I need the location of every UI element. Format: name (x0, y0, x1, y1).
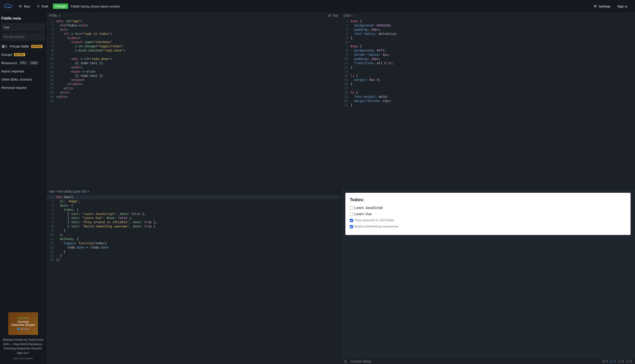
code-line[interactable]: 13 <span v-else> (46, 70, 341, 74)
jsfiddle-logo[interactable] (3, 3, 13, 9)
removal-section[interactable]: Removal request (0, 84, 46, 92)
code-line[interactable]: 19</div> (46, 94, 341, 99)
code-line[interactable]: 13 todo.done = !todo.done (46, 246, 341, 250)
line-number: 2 (341, 23, 351, 28)
todo-checkbox[interactable] (350, 206, 353, 210)
todo-checkbox[interactable] (350, 212, 353, 216)
ad-image[interactable]: TechCrunch Surviving Datacenter Disaster… (8, 312, 38, 335)
change-badge[interactable]: Change (53, 4, 68, 9)
tidy-button[interactable]: Tidy (328, 14, 338, 17)
js-editor[interactable]: 1new Vue({2 el: "#app",3 data: {4 todos:… (46, 194, 341, 364)
code-line[interactable]: 1<div id="app"> (46, 19, 341, 23)
code-line[interactable]: 4 font-family: Helvetica; (341, 32, 635, 36)
code-line[interactable]: 11 methods: { (46, 237, 341, 241)
line-number: 2 (46, 23, 56, 28)
code-line[interactable]: 6 <input type="checkbox" (46, 40, 341, 44)
code-line[interactable]: 9 ] (46, 228, 341, 233)
todo-checkbox[interactable] (350, 225, 353, 228)
code-line[interactable]: 16} (341, 82, 635, 86)
code-line[interactable]: 11 transition: all 0.2s; (341, 61, 635, 65)
code-line[interactable]: 15 } (46, 254, 341, 258)
code-line[interactable]: 9 border-radius: 4px; (341, 53, 635, 57)
resources-section[interactable]: Resources URL cdnjs (0, 59, 46, 67)
fiddle-desc-input[interactable] (1, 33, 45, 41)
topbar: Run Fork Change Fiddle listing shows lat… (0, 0, 635, 12)
fiddle-name-input[interactable] (1, 23, 45, 31)
code-line[interactable]: 7#app { (341, 44, 635, 48)
private-fiddle-row[interactable]: Private fiddle EXTRA (0, 42, 46, 50)
code-line[interactable]: 11 {{ todo.text }} (46, 61, 341, 65)
code-line[interactable]: 7 { text: "Play around in JSFiddle", don… (46, 220, 341, 224)
code-line[interactable]: 1new Vue({ (46, 195, 341, 199)
code-line[interactable]: 6 { text: "Learn Vue", done: false }, (46, 216, 341, 220)
code-line[interactable]: 3 padding: 20px; (341, 28, 635, 32)
code-line[interactable]: 5} (341, 36, 635, 40)
code-line[interactable]: 17 </li> (46, 86, 341, 90)
code-line[interactable]: 14 } (46, 250, 341, 254)
groups-section[interactable]: Groups EXTRA (0, 50, 46, 59)
code-line[interactable]: 8 background: #fff; (341, 48, 635, 53)
code-line[interactable]: 10 padding: 20px; (341, 57, 635, 61)
code-line[interactable]: 17 (341, 86, 635, 90)
line-number: 5 (341, 36, 351, 40)
code-line[interactable]: 2 background: #20262E; (341, 23, 635, 28)
ad-via[interactable]: ads via Carbon (2, 357, 44, 360)
code-line[interactable]: 7 v-on:change="toggle(todo)" (46, 44, 341, 48)
ad-text[interactable]: Webinar Hosted by TechCrunch 8/31 — Real… (2, 338, 44, 355)
line-number: 9 (341, 53, 351, 57)
run-button[interactable]: Run (17, 3, 32, 10)
code-line[interactable]: 1body { (341, 19, 635, 23)
other-section[interactable]: Other (links, license) (0, 75, 46, 84)
code-line[interactable]: 5 { text: "Learn JavaScript", done: fals… (46, 212, 341, 216)
async-section[interactable]: Async requests (0, 67, 46, 75)
code-line[interactable]: 2 el: "#app", (46, 199, 341, 204)
toggle-icon[interactable] (1, 45, 8, 48)
line-number: 11 (46, 237, 56, 241)
code-line[interactable]: 3 <ol> (46, 28, 341, 32)
code-line[interactable]: 12 </del> (46, 65, 341, 70)
code-line[interactable]: 16 </label> (46, 82, 341, 86)
code-line[interactable]: 10 <del v-if="todo.done"> (46, 57, 341, 61)
line-number: 9 (46, 53, 56, 57)
todo-item: Learn Vue (350, 212, 626, 216)
signin-button[interactable]: Sign in (615, 3, 630, 10)
code-line[interactable]: 9 (46, 53, 341, 57)
line-number: 13 (341, 70, 351, 74)
code-line[interactable]: 16}) (46, 258, 341, 262)
fork-button[interactable]: Fork (35, 3, 51, 10)
code-line[interactable]: 18h2 { (341, 90, 635, 94)
code-line[interactable]: 4 <li v-for="todo in todos"> (46, 32, 341, 36)
code-line[interactable]: 18 </ol> (46, 90, 341, 94)
code-line[interactable]: 8 v-bind:checked="todo.done"> (46, 48, 341, 53)
js-lang-dropdown[interactable]: Vue + No-Library (pure JS) ▼ (49, 190, 89, 193)
code-line[interactable]: 13 (341, 70, 635, 74)
code-line[interactable]: 15 </span> (46, 78, 341, 82)
code-line[interactable]: 19 font-weight: bold; (341, 94, 635, 99)
code-line[interactable]: 15 margin: 8px 0; (341, 78, 635, 82)
line-number: 6 (46, 216, 56, 220)
code-line[interactable]: 6 (341, 40, 635, 44)
editor-grid: HTML ▼ Tidy 1<div id="app">2 <h2>Todos:<… (46, 12, 635, 364)
code-line[interactable]: 12} (341, 65, 635, 70)
code-line[interactable]: 10 }, (46, 233, 341, 237)
settings-button[interactable]: Settings (592, 3, 613, 10)
console-bar[interactable]: ❯_ Console (beta) ✕0 i2 !0 ○0 (341, 359, 635, 364)
code-line[interactable]: 2 <h2>Todos:</h2> (46, 23, 341, 28)
css-editor[interactable]: 1body {2 background: #20262E;3 padding: … (341, 19, 635, 188)
code-line[interactable]: 8 { text: "Build something awesome", don… (46, 224, 341, 228)
line-number: 10 (46, 233, 56, 237)
code-line[interactable]: 5 <label> (46, 36, 341, 40)
code-line[interactable]: 20 (46, 99, 341, 103)
todo-checkbox[interactable] (350, 219, 353, 222)
code-line[interactable]: 4 todos: [ (46, 208, 341, 212)
code-line[interactable]: 20 margin-bottom: 15px; (341, 99, 635, 103)
css-lang-dropdown[interactable]: CSS ▼ (344, 14, 353, 17)
code-line[interactable]: 12 toggle: function(todo){ (46, 241, 341, 246)
code-line[interactable]: 14 {{ todo.text }} (46, 74, 341, 78)
groups-label: Groups (1, 53, 12, 56)
code-line[interactable]: 14li { (341, 74, 635, 78)
html-editor[interactable]: 1<div id="app">2 <h2>Todos:</h2>3 <ol>4 … (46, 19, 341, 188)
code-line[interactable]: 3 data: { (46, 204, 341, 208)
code-line[interactable]: 21} (341, 103, 635, 107)
html-lang-dropdown[interactable]: HTML ▼ (49, 14, 61, 17)
